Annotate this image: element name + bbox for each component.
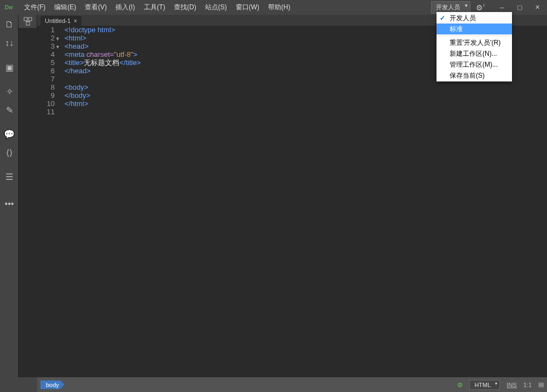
tab-title: Untitled-1 xyxy=(45,17,71,24)
line-gutter: 12▼3▼4567891011 xyxy=(37,26,57,377)
menu-item[interactable]: 查看(V) xyxy=(80,1,111,14)
menu-item[interactable]: 编辑(E) xyxy=(50,1,80,14)
status-bar: body ⊘ HTML INS 1:1 ▤ xyxy=(37,377,547,392)
maximize-button[interactable]: ▢ xyxy=(512,2,527,13)
workspace-option[interactable]: 标准 xyxy=(437,24,512,34)
language-mode-dropdown[interactable]: HTML xyxy=(469,380,500,390)
menu-item[interactable]: 工具(T) xyxy=(139,1,170,14)
menu-item[interactable]: 文件(F) xyxy=(20,1,50,14)
tag-breadcrumb[interactable]: body xyxy=(40,381,65,389)
assets-icon[interactable]: ▣ xyxy=(0,60,19,75)
insert-mode[interactable]: INS xyxy=(507,382,516,388)
overview-icon[interactable]: ▤ xyxy=(538,381,544,388)
workspace-action[interactable]: 新建工作区(N)... xyxy=(437,48,512,59)
workspace-action[interactable]: 重置'开发人员'(R) xyxy=(437,37,512,48)
menu-item[interactable]: 查找(D) xyxy=(170,1,201,14)
file-panel-icon[interactable]: 🗋 xyxy=(0,17,19,32)
wand-icon[interactable]: ✧ xyxy=(0,84,19,99)
svg-rect-2 xyxy=(26,22,30,25)
minimize-button[interactable]: ─ xyxy=(494,2,510,13)
menu-item[interactable]: 窗口(W) xyxy=(231,1,264,14)
left-toolbar: 🗋 ↕↓ ▣ ✧ ✎ 💬 ⟨⟩ ☰ ••• xyxy=(0,15,19,377)
tab-close-icon[interactable]: × xyxy=(74,18,77,24)
error-status-icon[interactable]: ⊘ xyxy=(457,381,463,389)
svg-rect-1 xyxy=(28,17,32,21)
toolbar-corner xyxy=(0,377,37,392)
list-icon[interactable]: ☰ xyxy=(0,169,19,184)
adjust-panel-icon[interactable]: ↕↓ xyxy=(0,36,19,51)
menu-item[interactable]: 插入(I) xyxy=(111,1,139,14)
more-icon[interactable]: ••• xyxy=(0,196,19,212)
menu-item[interactable]: 站点(S) xyxy=(201,1,231,14)
app-logo: Dw xyxy=(2,2,15,13)
pen-icon[interactable]: ✎ xyxy=(0,102,19,118)
workspace-action[interactable]: 管理工作区(M)... xyxy=(437,59,512,70)
cursor-position: 1:1 xyxy=(523,382,532,388)
code-snippet-icon[interactable]: ⟨⟩ xyxy=(0,145,19,160)
view-toolbar xyxy=(19,15,37,28)
sync-settings-icon[interactable]: ⚙! xyxy=(474,3,487,12)
related-files-icon[interactable] xyxy=(19,15,37,28)
menu-item[interactable]: 帮助(H) xyxy=(264,1,295,14)
svg-rect-0 xyxy=(24,17,27,21)
workspace-dropdown-menu: 开发人员标准重置'开发人员'(R)新建工作区(N)...管理工作区(M)...保… xyxy=(437,12,512,81)
document-tab[interactable]: Untitled-1 × xyxy=(40,16,82,26)
workspace-action[interactable]: 保存当前(S) xyxy=(437,70,512,81)
close-window-button[interactable]: ✕ xyxy=(529,2,545,13)
chat-icon[interactable]: 💬 xyxy=(0,126,19,142)
workspace-option[interactable]: 开发人员 xyxy=(437,13,512,24)
